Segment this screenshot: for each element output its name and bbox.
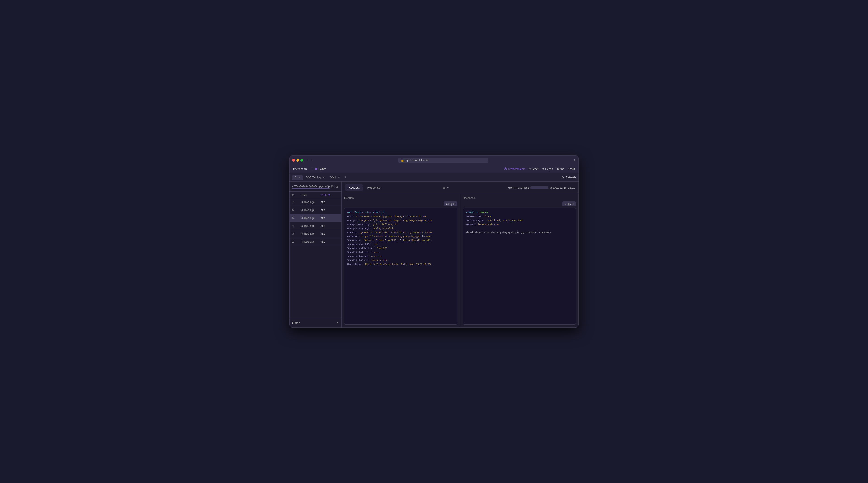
resp-val-server: interactsh.com <box>477 223 498 226</box>
table-row[interactable]: 3 3 days ago http <box>289 230 341 238</box>
split-view-icon[interactable]: ⊟ <box>443 186 445 189</box>
req-key-fetch-dest: Sec-Fetch-Dest: <box>347 251 371 254</box>
notes-chevron-icon: ∧ <box>337 321 339 324</box>
req-key-ch-ua: Sec-Ch-Ua: <box>347 239 364 242</box>
navbar: interact.sh Synth ⏻ interactsh.com ⎘ Res… <box>289 165 579 173</box>
tab-1[interactable]: 1 ✕ <box>292 175 303 180</box>
req-val-user-agent: Mozilla/5.0 (Macintosh; Intel Mac OS X 1… <box>365 263 432 266</box>
response-copy-label: Copy <box>565 202 571 205</box>
lock-icon: 🔒 <box>401 159 404 162</box>
terms-link[interactable]: Terms <box>557 168 564 171</box>
add-tab-button[interactable]: + <box>342 175 348 180</box>
request-copy-bar: Copy ⎘ <box>344 201 457 206</box>
response-panel: Response Copy ⎘ HTTP/1.1 200 OK Connecti… <box>460 194 579 327</box>
row-5-type: http <box>320 217 339 220</box>
request-panel-title: Request <box>344 196 457 200</box>
content-area: Request Response ⊟ ≡ From IP address1 at… <box>342 181 579 327</box>
table-row[interactable]: 4 3 days ago http <box>289 222 341 230</box>
req-key-ch-mobile: Sec-Ch-Ua-Mobile: <box>347 243 374 246</box>
view-buttons: ⊟ ≡ <box>443 186 449 189</box>
interactsh-link[interactable]: ⏻ interactsh.com <box>504 168 525 171</box>
req-val-host: c57mv3m2vtc00003ctpggnu4pthyyyyb.interac… <box>356 215 426 218</box>
row-3-time: 3 days ago <box>301 232 320 235</box>
req-val-ch-ua: "Google Chrome";v="93", " Not;A Brand";v… <box>364 239 432 242</box>
export-icon: ⬆ <box>542 168 544 171</box>
tab-oob[interactable]: OOB Testing ✕ <box>303 175 327 180</box>
nav-controls: ‹ › <box>307 158 313 163</box>
row-4-type: http <box>320 224 339 227</box>
host-input-wrapper: ⎘ ⊞ <box>292 184 339 189</box>
tab-sqli-label: SQLI <box>330 176 336 179</box>
list-view-icon[interactable]: ≡ <box>447 186 449 189</box>
host-copy-button[interactable]: ⎘ <box>331 184 334 189</box>
req-key-user-agent: User-Agent: <box>347 263 365 266</box>
interactions-table: # TIME TYPE ▼ 7 3 days ago http 6 3 days… <box>289 192 341 318</box>
req-key-fetch-mode: Sec-Fetch-Mode: <box>347 255 371 258</box>
brand-label: interact.sh <box>293 167 307 171</box>
request-panel: Request Copy ⎘ GET /favicon.ico HTTP/2.0… <box>342 194 460 327</box>
req-val-fetch-site: same-origin <box>371 259 388 262</box>
req-val-ch-mobile: ?0 <box>374 243 377 246</box>
url-bar-area: 🔒 app.interactsh.com <box>315 158 571 163</box>
filter-icon[interactable]: ▼ <box>328 194 331 196</box>
maximize-traffic-light[interactable] <box>301 159 303 162</box>
forward-button[interactable]: › <box>311 158 313 163</box>
req-key-encoding: Accept-Encoding: <box>347 223 373 226</box>
req-key-cookie: Cookie: <box>347 231 359 234</box>
resp-key-content-type: Content-Type: <box>466 219 487 222</box>
from-ip-text: From IP address1 <box>508 186 529 189</box>
url-bar[interactable]: 🔒 app.interactsh.com <box>398 158 489 163</box>
navbar-right: ⏻ interactsh.com ⎘ Reset ⬆ Export Terms … <box>504 168 575 171</box>
req-val-fetch-mode: no-cors <box>371 255 381 258</box>
reset-button[interactable]: ⎘ Reset <box>529 168 538 171</box>
response-copy-button[interactable]: Copy ⎘ <box>562 201 576 206</box>
table-row[interactable]: 5 3 days ago http <box>289 214 341 222</box>
req-key-host: Host: <box>347 215 356 218</box>
request-copy-button[interactable]: Copy ⎘ <box>444 201 457 206</box>
tab-response[interactable]: Response <box>364 184 384 191</box>
minimize-traffic-light[interactable] <box>296 159 299 162</box>
req-val-fetch-dest: image <box>371 251 379 254</box>
req-val-cookie: _ga=GA1.2.1981211485.1632515655; _gid=GA… <box>359 231 432 234</box>
table-row[interactable]: 7 3 days ago http <box>289 198 341 206</box>
col-type: TYPE ▼ <box>320 194 339 196</box>
notes-section[interactable]: Notes ∧ <box>289 318 341 327</box>
tab-oob-label: OOB Testing <box>306 176 321 179</box>
resp-val-content-type: text/html; charset=utf-8 <box>487 219 522 222</box>
req-val-encoding: gzip, deflate, br <box>373 223 398 226</box>
tab-sqli[interactable]: SQLI ✕ <box>327 175 342 180</box>
notes-label: Notes <box>292 321 300 324</box>
col-time: TIME <box>301 194 320 196</box>
req-key-language: Accept-Language: <box>347 227 373 230</box>
about-link[interactable]: About <box>568 168 575 171</box>
req-key-ch-platform: Sec-Ch-Ua-Platform: <box>347 247 377 250</box>
new-tab-button[interactable]: + <box>573 158 576 163</box>
req-key-fetch-site: Sec-Fetch-Site: <box>347 259 371 262</box>
refresh-icon: ↻ <box>561 176 564 179</box>
host-qr-button[interactable]: ⊞ <box>335 184 339 189</box>
col-num: # <box>292 194 301 196</box>
col-type-label: TYPE <box>320 194 327 196</box>
request-content: GET /favicon.ico HTTP/2.0 Host: c57mv3m2… <box>344 208 457 324</box>
traffic-lights <box>292 159 303 162</box>
reset-label: Reset <box>531 168 538 171</box>
close-traffic-light[interactable] <box>292 159 295 162</box>
table-row[interactable]: 2 3 days ago http <box>289 238 341 246</box>
resp-status-num: 200 OK <box>479 211 488 214</box>
tab-oob-close[interactable]: ✕ <box>323 176 324 178</box>
response-copy-icon: ⎘ <box>572 202 574 205</box>
copy-label: Copy <box>446 202 452 205</box>
table-row[interactable]: 6 3 days ago http <box>289 206 341 214</box>
response-panel-title: Response <box>463 196 576 200</box>
sidebar: ⎘ ⊞ # TIME TYPE ▼ 7 3 days ago http <box>289 181 342 327</box>
export-button[interactable]: ⬆ Export <box>542 168 553 171</box>
back-button[interactable]: ‹ <box>307 158 310 163</box>
row-2-type: http <box>320 240 339 243</box>
refresh-button[interactable]: ↻ Refresh <box>561 176 576 179</box>
tab-sqli-close[interactable]: ✕ <box>338 176 340 178</box>
tab-1-close[interactable]: ✕ <box>298 176 300 178</box>
request-line-1: GET /favicon.ico HTTP/2.0 <box>347 211 384 214</box>
resp-body: <html><head></head><body>byyyyyhtp4unggp… <box>466 231 551 234</box>
host-input[interactable] <box>292 184 330 189</box>
tab-request[interactable]: Request <box>345 184 363 191</box>
